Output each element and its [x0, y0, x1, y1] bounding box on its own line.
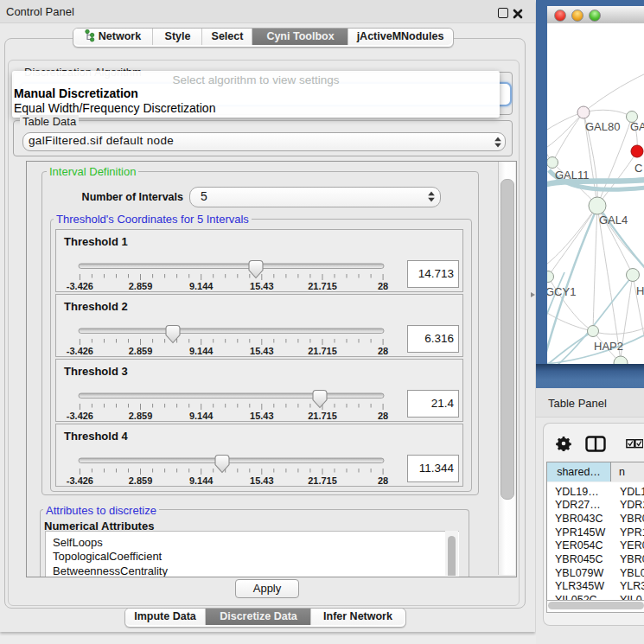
svg-text:GAL11: GAL11 [555, 169, 590, 182]
svg-text:21.715: 21.715 [308, 281, 337, 291]
svg-text:28: 28 [378, 346, 388, 356]
svg-text:-3.426: -3.426 [67, 475, 93, 486]
svg-text:9.144: 9.144 [189, 475, 214, 486]
svg-text:21.715: 21.715 [308, 475, 337, 486]
svg-text:GAL80: GAL80 [585, 120, 620, 133]
svg-text:21.715: 21.715 [308, 346, 337, 356]
svg-text:15.43: 15.43 [250, 411, 274, 421]
svg-text:-3.426: -3.426 [67, 411, 93, 421]
svg-text:HAP2: HAP2 [594, 340, 623, 353]
svg-text:28: 28 [378, 475, 388, 486]
svg-text:GCY1: GCY1 [547, 285, 576, 298]
svg-text:C: C [634, 162, 642, 175]
svg-text:9.144: 9.144 [189, 411, 214, 421]
svg-text:-3.426: -3.426 [67, 346, 93, 356]
svg-text:21.715: 21.715 [308, 411, 337, 421]
svg-text:15.43: 15.43 [250, 475, 274, 486]
svg-text:GA: GA [630, 120, 644, 133]
svg-text:28: 28 [378, 411, 388, 421]
svg-text:-3.426: -3.426 [67, 281, 93, 291]
svg-text:2.859: 2.859 [129, 346, 153, 356]
svg-text:H: H [636, 284, 644, 297]
svg-text:GAL4: GAL4 [599, 214, 628, 226]
svg-text:2.859: 2.859 [129, 281, 153, 291]
svg-text:9.144: 9.144 [189, 281, 214, 291]
svg-text:15.43: 15.43 [250, 346, 274, 356]
svg-text:15.43: 15.43 [250, 281, 274, 291]
svg-text:2.859: 2.859 [129, 475, 153, 486]
svg-text:9.144: 9.144 [189, 346, 214, 356]
svg-text:28: 28 [378, 281, 388, 291]
svg-text:2.859: 2.859 [129, 411, 153, 421]
